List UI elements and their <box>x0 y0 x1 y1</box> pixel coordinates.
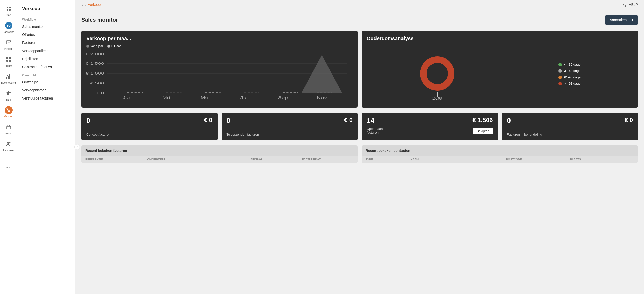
breadcrumb-sep: / <box>85 3 86 7</box>
recent-facturen-header: Recent bekeken facturen <box>81 145 358 156</box>
svg-text:€ 0: € 0 <box>96 91 104 95</box>
conceptfacturen-label: Conceptfacturen <box>86 133 212 136</box>
svg-point-20 <box>7 142 9 144</box>
meer-icon: ··· <box>5 157 13 165</box>
verkoop-chart-svg: € 2.000 € 1.500 € 1.000 € 500 € 0 Jan Mr… <box>86 51 353 102</box>
dit-jaar-label: Dit jaar <box>111 44 121 48</box>
donut-chart-wrap: 100,0% <box>417 53 458 95</box>
sidebar-section-overzicht: Overzicht <box>17 71 75 78</box>
legend-90-label: 61-90 dagen <box>564 75 582 79</box>
nav-start-label: Start <box>6 14 11 16</box>
verkoop-icon <box>5 106 13 114</box>
in-behandeling-number: 0 <box>507 117 511 125</box>
page-header: Sales monitor Aanmaken... ▾ <box>81 15 638 24</box>
sidebar-item-contracten[interactable]: Contracten (nieuw) <box>17 63 75 71</box>
content-area: Sales monitor Aanmaken... ▾ Verkoop per … <box>75 9 644 294</box>
conceptfacturen-number: 0 <box>86 117 90 125</box>
start-icon <box>5 5 13 13</box>
nav-inkoop[interactable]: Inkoop <box>0 120 17 137</box>
verkoop-chart-card: Verkoop per maa... Vorig jaar Dit jaar <box>81 31 358 108</box>
svg-rect-10 <box>8 76 9 79</box>
stat-openstaande-top: 14 € 1.506 <box>367 117 493 125</box>
svg-point-47 <box>427 63 448 84</box>
svg-rect-11 <box>9 75 10 79</box>
svg-text:€ 500: € 500 <box>90 82 104 85</box>
sidebar-item-verstuurde-facturen[interactable]: Verstuurde facturen <box>17 94 75 102</box>
sidebar-item-facturen[interactable]: Facturen <box>17 39 75 47</box>
recent-contacten-card: Recent bekeken contacten TYPE NAAM POSTC… <box>362 145 638 163</box>
svg-rect-13 <box>7 93 8 95</box>
breadcrumb-chevron: ∨ <box>81 3 84 7</box>
svg-text:€ 2.000: € 2.000 <box>86 52 104 56</box>
nav-postbus[interactable]: Postbus <box>0 36 17 53</box>
sidebar-section-workflow: Workflow <box>17 15 75 22</box>
sidebar-item-verkooppartikelen[interactable]: Verkooppartikelen <box>17 47 75 55</box>
nav-personeel[interactable]: Personeel <box>0 137 17 154</box>
boekhouding-icon <box>5 72 13 80</box>
postbus-icon <box>5 38 13 46</box>
svg-text:Sep: Sep <box>278 96 288 100</box>
svg-rect-15 <box>10 93 10 95</box>
nav-inkoop-label: Inkoop <box>5 132 12 135</box>
nav-backoffice[interactable]: BO Backoffice <box>0 19 17 36</box>
nav-meer[interactable]: ··· meer <box>0 154 17 171</box>
svg-text:Mrt: Mrt <box>162 96 170 100</box>
sidebar-item-omzetlijst[interactable]: Omzetlijst <box>17 78 75 86</box>
legend-90-dot <box>558 76 562 79</box>
contacten-table-header: TYPE NAAM POSTCODE PLAATS <box>362 156 638 163</box>
sidebar-item-sales-monitor[interactable]: Sales monitor <box>17 22 75 31</box>
help-button[interactable]: ? HELP <box>623 3 638 7</box>
col-bedrag: BEDRAG <box>250 158 302 161</box>
openstaande-number: 14 <box>367 117 374 125</box>
nav-postbus-label: Postbus <box>4 47 13 50</box>
bank-icon <box>5 89 13 97</box>
nav-start[interactable]: Start <box>0 2 17 19</box>
svg-rect-14 <box>8 93 9 95</box>
recent-section: Recent bekeken facturen REFERENTIE ONDER… <box>81 145 638 163</box>
bekijken-button[interactable]: Bekijken <box>473 128 493 134</box>
sidebar-item-offertes[interactable]: Offertes <box>17 31 75 39</box>
sidebar-item-prijslijsten[interactable]: Prijslijsten <box>17 55 75 63</box>
svg-rect-0 <box>7 7 8 8</box>
svg-point-21 <box>9 142 10 143</box>
svg-rect-1 <box>9 7 11 8</box>
legend-30: <= 30 dagen <box>558 63 582 66</box>
donut-content: 100,0% <= 30 dagen 31-60 dagen <box>367 45 633 103</box>
dit-jaar-dot <box>107 45 110 48</box>
svg-rect-5 <box>6 57 8 59</box>
svg-rect-16 <box>6 95 11 95</box>
nav-boekhouding[interactable]: Boekhouding <box>0 70 17 87</box>
nav-bank[interactable]: Bank <box>0 87 17 104</box>
legend-30-label: <= 30 dagen <box>564 63 582 66</box>
svg-text:Jul: Jul <box>240 96 248 100</box>
sidebar-collapse-button[interactable]: ‹ <box>74 144 80 150</box>
stat-te-verzenden: 0 € 0 Te verzenden facturen <box>222 113 358 140</box>
nav-verkoop[interactable]: Verkoop <box>0 104 17 120</box>
svg-text:€ 1.000: € 1.000 <box>86 72 104 75</box>
icon-nav: Start BO Backoffice Postbus Archief <box>0 0 17 294</box>
svg-rect-3 <box>9 9 11 11</box>
archief-icon <box>5 55 13 63</box>
breadcrumb: ∨ / Verkoop <box>81 3 101 7</box>
ouderdoms-title: Ouderdomsanalyse <box>367 36 633 41</box>
sidebar-item-verkoophistorie[interactable]: Verkoophistorie <box>17 86 75 94</box>
stat-conceptfacturen: 0 € 0 Conceptfacturen <box>81 113 218 140</box>
stat-in-behandeling: 0 € 0 Facturen in behandeling <box>502 113 638 140</box>
svg-rect-8 <box>9 60 11 62</box>
aanmaken-label: Aanmaken... <box>610 18 630 22</box>
svg-text:Jan: Jan <box>123 96 132 100</box>
help-circle-icon: ? <box>623 3 627 7</box>
help-label: HELP <box>629 3 638 7</box>
ouderdoms-card: Ouderdomsanalyse 100,0% <box>362 31 638 108</box>
legend-90: 61-90 dagen <box>558 75 582 79</box>
recent-facturen-card: Recent bekeken facturen REFERENTIE ONDER… <box>81 145 358 163</box>
nav-boekhouding-label: Boekhouding <box>1 81 16 84</box>
aanmaken-button[interactable]: Aanmaken... ▾ <box>605 15 638 24</box>
stat-openstaande-bottom: Openstaandefacturen Bekijken <box>367 127 493 134</box>
nav-archief[interactable]: Archief <box>0 53 17 70</box>
svg-text:Mei: Mei <box>201 96 210 100</box>
inkoop-icon <box>5 123 13 131</box>
legend-60: 31-60 dagen <box>558 69 582 73</box>
legend-30-dot <box>558 63 562 66</box>
nav-verkoop-label: Verkoop <box>4 115 13 118</box>
